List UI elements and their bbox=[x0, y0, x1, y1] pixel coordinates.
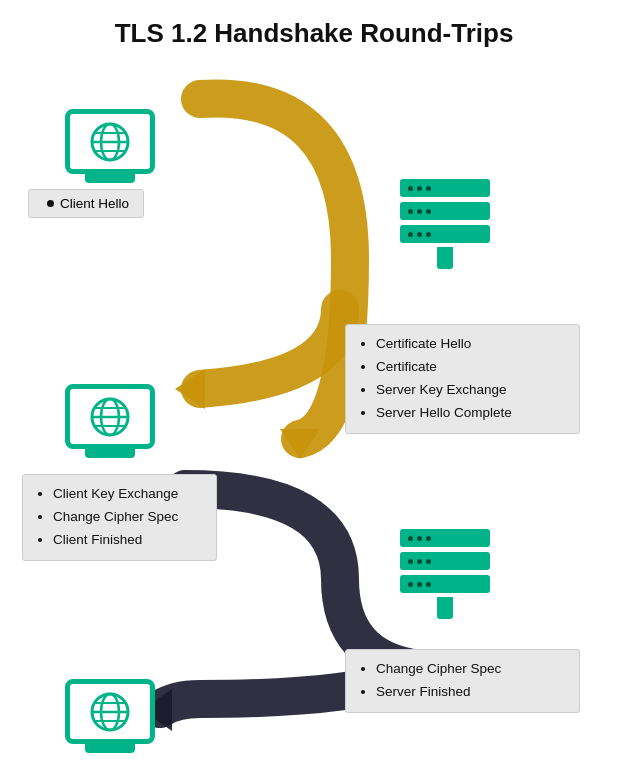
svg-marker-1 bbox=[175, 369, 205, 409]
client-device-top bbox=[60, 109, 160, 174]
client-device-middle bbox=[60, 384, 160, 449]
list-item: Certificate Hello bbox=[376, 333, 565, 356]
client-response-box: Client Key ExchangeChange Cipher SpecCli… bbox=[22, 474, 217, 561]
server-finish-box: Change Cipher SpecServer Finished bbox=[345, 649, 580, 713]
list-item: Client Key Exchange bbox=[53, 483, 202, 506]
list-item: Server Finished bbox=[376, 681, 565, 704]
list-item: Server Hello Complete bbox=[376, 402, 565, 425]
page-title: TLS 1.2 Handshake Round-Trips bbox=[0, 0, 628, 59]
globe-icon-top bbox=[88, 120, 132, 164]
svg-marker-0 bbox=[280, 429, 320, 459]
server-top bbox=[400, 179, 490, 269]
client-device-bottom bbox=[60, 679, 160, 744]
globe-icon-bottom bbox=[88, 690, 132, 734]
list-item: Client Finished bbox=[53, 529, 202, 552]
diagram: Client Hello Certificate HelloCertificat… bbox=[0, 59, 628, 768]
server-response-box: Certificate HelloCertificateServer Key E… bbox=[345, 324, 580, 434]
list-item: Server Key Exchange bbox=[376, 379, 565, 402]
server-bottom bbox=[400, 529, 490, 619]
list-item: Change Cipher Spec bbox=[53, 506, 202, 529]
globe-icon-middle bbox=[88, 395, 132, 439]
client-hello-box: Client Hello bbox=[28, 189, 144, 218]
list-item: Change Cipher Spec bbox=[376, 658, 565, 681]
list-item: Certificate bbox=[376, 356, 565, 379]
